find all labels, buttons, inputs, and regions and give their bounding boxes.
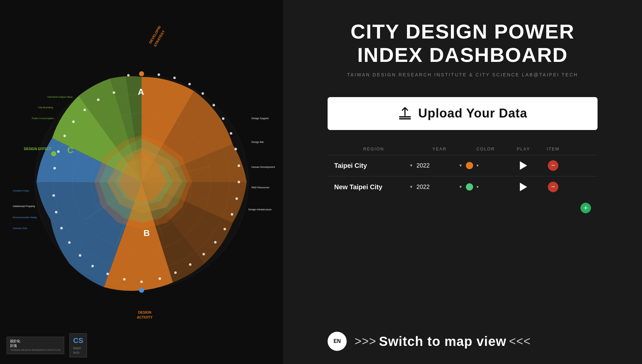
header-play: PLAY — [509, 146, 538, 151]
logos-section: 設計化計流 TAIWAN DESIGN RESEARCH INSTITUTE C… — [7, 333, 87, 357]
right-panel: CITY DESIGN POWER INDEX DASHBOARD TAIWAN… — [283, 0, 642, 364]
svg-text:C: C — [67, 145, 73, 155]
title-section: CITY DESIGN POWER INDEX DASHBOARD TAIWAN… — [347, 20, 578, 77]
arrows-left: >>> — [355, 334, 376, 348]
svg-point-58 — [127, 74, 130, 77]
main-title: CITY DESIGN POWER INDEX DASHBOARD — [347, 20, 578, 67]
svg-point-41 — [158, 277, 161, 280]
table-header: REGION YEAR COLOR PLAY ITEM — [328, 143, 598, 155]
taipei-tech-icon: CS — [73, 336, 83, 346]
svg-text:City Branding: City Branding — [38, 106, 53, 109]
svg-point-40 — [174, 272, 177, 274]
svg-text:Environmental Vitality: Environmental Vitality — [13, 216, 37, 219]
upload-button[interactable]: Upload Your Data — [328, 97, 598, 130]
svg-point-32 — [238, 165, 240, 167]
svg-text:Creative Class: Creative Class — [13, 189, 29, 192]
svg-point-48 — [60, 227, 63, 229]
svg-point-42 — [140, 280, 143, 283]
svg-point-45 — [91, 265, 94, 268]
svg-text:Industrial Output Value: Industrial Output Value — [47, 95, 73, 98]
remove-button-2[interactable]: − — [548, 182, 558, 192]
svg-point-43 — [123, 278, 126, 281]
tdri-subtext: TAIWAN DESIGN RESEARCH INSTITUTE — [10, 348, 61, 352]
color-2-wrapper[interactable]: ▼ — [466, 183, 505, 191]
region-1-select[interactable]: Taipei City New Taipei City Taoyuan City… — [334, 162, 413, 169]
remove-icon-1: − — [551, 162, 555, 169]
header-year: YEAR — [416, 146, 463, 151]
svg-text:Human Development: Human Development — [252, 166, 275, 169]
svg-point-33 — [238, 181, 240, 183]
color-dot-2 — [466, 183, 473, 191]
play-button-1[interactable] — [520, 161, 527, 170]
svg-text:DESIGN: DESIGN — [138, 311, 151, 314]
subtitle: TAIWAN DESIGN RESEARCH INSTITUTE & CITY … — [347, 72, 578, 77]
color-dot-1 — [466, 162, 473, 169]
svg-point-39 — [189, 263, 192, 266]
svg-point-56 — [97, 98, 100, 101]
play-icon-1 — [520, 161, 527, 170]
region-1-wrapper[interactable]: Taipei City New Taipei City Taoyuan City… — [334, 162, 413, 169]
svg-point-52 — [57, 150, 60, 153]
svg-point-25 — [173, 77, 176, 79]
remove-icon-2: − — [551, 183, 555, 191]
svg-point-44 — [106, 273, 109, 275]
table-row: New Taipei City Taipei City Taoyuan City… — [328, 176, 598, 197]
upload-label: Upload Your Data — [418, 106, 527, 120]
svg-text:Public Consumption: Public Consumption — [32, 117, 54, 120]
svg-point-53 — [64, 135, 66, 137]
svg-point-46 — [79, 254, 81, 257]
language-label: EN — [334, 338, 341, 344]
color-1-wrapper[interactable]: ▼ — [466, 162, 505, 169]
language-button[interactable]: EN — [328, 332, 347, 351]
svg-point-35 — [231, 213, 233, 216]
svg-point-36 — [224, 228, 226, 230]
region-2-wrapper[interactable]: New Taipei City Taipei City Taoyuan City… — [334, 183, 413, 191]
svg-point-28 — [212, 104, 215, 107]
map-switch-button[interactable]: >>> Switch to map view <<< — [355, 334, 531, 349]
add-button[interactable]: + — [580, 203, 591, 213]
svg-point-47 — [68, 241, 71, 244]
play-button-2[interactable] — [520, 183, 527, 191]
svg-point-57 — [113, 91, 115, 94]
data-table: REGION YEAR COLOR PLAY ITEM Taipei City … — [328, 143, 598, 219]
svg-point-27 — [201, 92, 204, 95]
svg-point-50 — [52, 194, 55, 197]
table-row: Taipei City New Taipei City Taoyuan City… — [328, 155, 598, 176]
svg-point-55 — [84, 109, 86, 111]
radar-container: A B C DEVELOPIN STRATEGY DESIGN ACTIVITY… — [7, 17, 277, 347]
svg-text:Design Infrastructure: Design Infrastructure — [248, 208, 272, 211]
svg-point-22 — [139, 288, 144, 293]
bottom-section: EN >>> Switch to map view <<< — [328, 332, 598, 351]
taipei-tech-logo: CS taipeitech — [69, 333, 87, 357]
svg-point-31 — [234, 148, 237, 150]
year-1-wrapper[interactable]: 2022 2021 2020 2019 ▼ — [416, 162, 463, 169]
svg-point-54 — [72, 120, 75, 123]
left-panel: A B C DEVELOPIN STRATEGY DESIGN ACTIVITY… — [0, 0, 283, 364]
upload-icon — [398, 106, 412, 121]
region-2-select[interactable]: New Taipei City Taipei City Taoyuan City… — [334, 183, 413, 191]
svg-point-23 — [51, 151, 56, 156]
svg-point-34 — [235, 197, 238, 200]
year-2-select[interactable]: 2022 2021 2020 2019 — [416, 184, 463, 190]
svg-point-38 — [202, 253, 205, 255]
svg-point-30 — [230, 132, 232, 135]
svg-point-26 — [188, 83, 191, 86]
taipei-tech-text: taipeitech — [73, 346, 83, 355]
svg-point-51 — [53, 167, 56, 169]
arrows-right: <<< — [509, 334, 531, 348]
svg-point-21 — [139, 71, 144, 76]
svg-text:ACTIVITY: ACTIVITY — [137, 316, 153, 319]
svg-text:R&D Resources: R&D Resources — [252, 186, 270, 189]
svg-point-29 — [222, 117, 225, 120]
map-switch-label: Switch to map view — [379, 334, 506, 349]
svg-rect-80 — [399, 118, 411, 119]
tdri-text: 設計化計流 — [10, 339, 61, 348]
svg-text:Industry Size: Industry Size — [13, 227, 27, 230]
color-2-arrow: ▼ — [476, 185, 479, 189]
svg-point-37 — [214, 241, 217, 244]
header-color: COLOR — [466, 146, 505, 151]
color-1-arrow: ▼ — [476, 164, 479, 168]
year-1-select[interactable]: 2022 2021 2020 2019 — [416, 162, 463, 169]
remove-button-1[interactable]: − — [548, 160, 558, 171]
year-2-wrapper[interactable]: 2022 2021 2020 2019 ▼ — [416, 184, 463, 190]
